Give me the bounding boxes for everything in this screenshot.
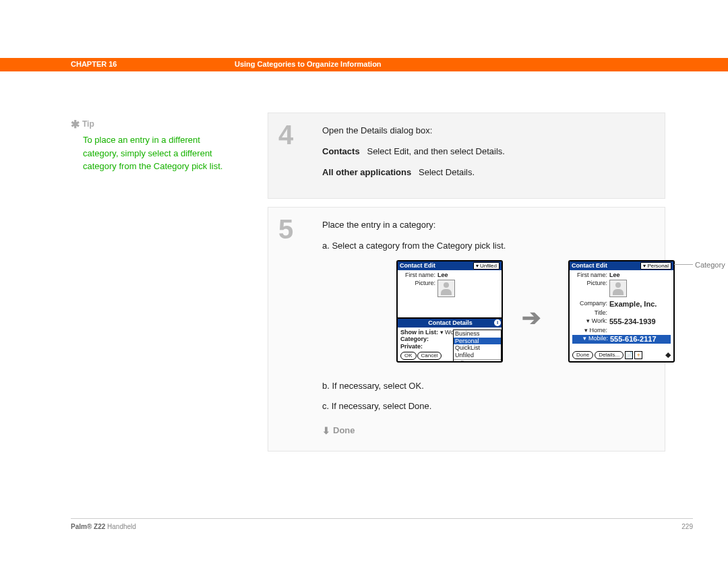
popup-private-label: Private: <box>400 343 423 350</box>
popup-body: Show in List: ▾ Work Category: Private: … <box>398 327 503 361</box>
device2-titlebar: Contact Edit ▾ Personal <box>570 261 673 271</box>
device1-title: Contact Edit <box>400 262 435 270</box>
device1-category-chip: ▾ Unfiled <box>473 262 499 270</box>
step4-contacts-text: Select Edit, and then select Details. <box>367 146 505 156</box>
device2-work-label: ▾ Work: <box>572 317 607 326</box>
arrow-down-icon: ⬇ <box>322 423 330 438</box>
device1-titlebar: Contact Edit ▾ Unfiled <box>398 261 502 271</box>
device2-title: Contact Edit <box>572 262 607 270</box>
dropdown-opt-business: Business <box>454 330 501 338</box>
step-number-5: 5 <box>278 214 312 245</box>
tip-heading: ✱Tip <box>71 118 226 131</box>
popup-category-label: Category: <box>400 336 429 342</box>
step4-contacts-label: Contacts <box>322 146 360 156</box>
step-number-4: 4 <box>278 120 312 150</box>
device2-add-button: + <box>634 351 642 359</box>
device2-body: First name:Lee Picture: Company:Example,… <box>570 270 673 346</box>
step4-other-text: Select Details. <box>419 167 475 177</box>
callout-leader <box>674 264 693 265</box>
dropdown-opt-unfiled: Unfiled <box>454 352 501 359</box>
info-icon: i <box>494 319 501 326</box>
page-number: 229 <box>681 523 693 530</box>
device2-category-text: Personal <box>647 263 669 269</box>
chapter-header-bar: CHAPTER 16 Using Categories to Organize … <box>0 58 728 71</box>
dropdown-opt-quicklist: QuickList <box>454 344 501 352</box>
device-screenshot-left: Contact Edit ▾ Unfiled First name:Lee Pi… <box>396 260 503 363</box>
product-bold: Palm® Z22 <box>71 523 105 530</box>
done-marker: ⬇Done <box>322 423 651 438</box>
device2-done-button: Done <box>572 351 593 359</box>
devices-illustration: Contact Edit ▾ Unfiled First name:Lee Pi… <box>322 260 651 371</box>
device2-mobile-value: 555-616-2117 <box>610 335 657 344</box>
step5-c: c. If necessary, select Done. <box>322 400 651 414</box>
product-rest: Handheld <box>105 523 136 530</box>
device2-details-button: Details... <box>595 351 624 359</box>
device2-title-label: Title: <box>572 309 607 317</box>
device1-firstname-value: Lee <box>437 272 448 279</box>
asterisk-icon: ✱ <box>71 119 80 130</box>
updown-icon: ◆ <box>665 350 671 359</box>
device1-firstname-label: First name: <box>400 272 435 279</box>
avatar-icon <box>437 280 455 297</box>
popup-cancel-button: Cancel <box>417 352 442 360</box>
device2-firstname-value: Lee <box>609 272 620 279</box>
contact-details-popup: Contact Detailsi Show in List: ▾ Work Ca… <box>396 317 503 363</box>
step4-contacts-row: Contacts Select Edit, and then select De… <box>322 145 651 159</box>
step-5: 5 Place the entry in a category: a. Sele… <box>268 207 665 451</box>
device2-mobile-label: ▾ Mobile: <box>573 335 608 344</box>
dropdown-opt-personal: Personal <box>454 338 501 345</box>
device2-note-button: 📄 <box>625 351 633 359</box>
device2-firstname-label: First name: <box>572 272 607 279</box>
device-screenshot-right: Contact Edit ▾ Personal First name:Lee P… <box>568 260 675 363</box>
done-text: Done <box>333 425 355 435</box>
step5-a: a. Select a category from the Category p… <box>322 239 651 253</box>
step5-intro: Place the entry in a category: <box>322 218 651 232</box>
page-footer: Palm® Z22 Handheld 229 <box>71 518 693 530</box>
dropdown-opt-edit: Edit Categories... <box>454 359 501 363</box>
tip-label-text: Tip <box>82 119 94 129</box>
product-name: Palm® Z22 Handheld <box>71 523 136 530</box>
step4-other-label: All other applications <box>322 167 411 177</box>
device2-picture-label: Picture: <box>572 280 607 297</box>
device2-company-value: Example, Inc. <box>609 300 657 309</box>
chapter-title: Using Categories to Organize Information <box>235 60 382 68</box>
popup-ok-button: OK <box>400 352 417 360</box>
step4-other-row: All other applications Select Details. <box>322 166 651 180</box>
tip-body: To place an entry in a different categor… <box>71 133 226 173</box>
arrow-right-icon: ➔ <box>522 299 541 336</box>
avatar-icon <box>609 280 627 297</box>
device2-work-value: 555-234-1939 <box>609 317 656 326</box>
tip-sidebar: ✱Tip To place an entry in a different ca… <box>71 118 226 173</box>
step-4: 4 Open the Details dialog box: Contacts … <box>268 113 665 199</box>
device1-category-text: Unfiled <box>480 263 497 269</box>
step4-intro: Open the Details dialog box: <box>322 124 651 138</box>
device2-category-chip: ▾ Personal <box>640 262 671 270</box>
step5-b: b. If necessary, select OK. <box>322 379 651 394</box>
device1-body: First name:Lee Picture: <box>398 270 502 299</box>
steps-area: 4 Open the Details dialog box: Contacts … <box>268 113 665 460</box>
popup-title-text: Contact Details <box>428 319 473 326</box>
device1-picture-label: Picture: <box>400 280 435 297</box>
device2-company-label: Company: <box>572 300 607 309</box>
device2-button-row: Done Details... 📄 + ◆ <box>572 350 671 359</box>
popup-title: Contact Detailsi <box>398 319 503 327</box>
chapter-label: CHAPTER 16 <box>71 60 117 68</box>
callout-category-label: Category <box>695 259 725 272</box>
category-dropdown: Business Personal QuickList Unfiled Edit… <box>453 330 502 363</box>
device2-home-label: ▾ Home: <box>572 327 607 334</box>
popup-show-label: Show in List: <box>400 329 438 336</box>
